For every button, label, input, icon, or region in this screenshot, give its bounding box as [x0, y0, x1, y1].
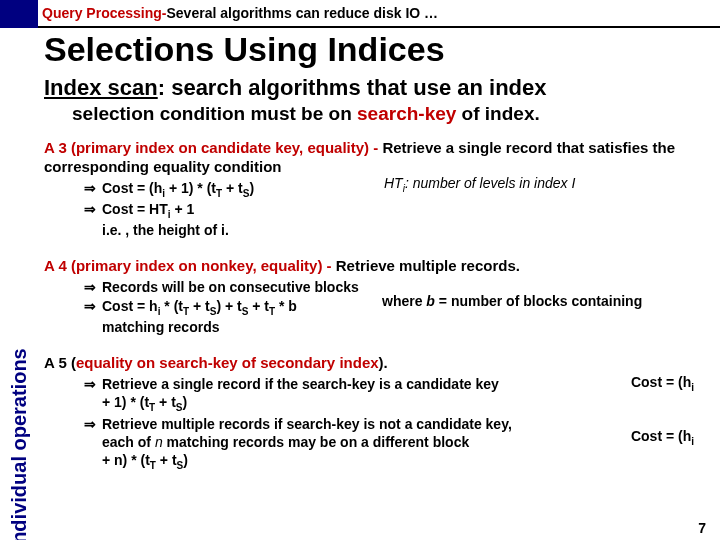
top-bar: Query Processing- Several algorithms can…	[0, 0, 720, 28]
a3-heading: A 3 (primary index on candidate key, equ…	[44, 139, 710, 177]
arrow-icon: ⇒	[84, 297, 102, 336]
a5-bullet-1: ⇒ Retrieve a single record if the search…	[84, 375, 710, 414]
arrow-icon: ⇒	[84, 179, 102, 200]
a3-bullet-2: ⇒ Cost = HTi + 1 i.e. , the height of i.	[84, 200, 710, 239]
top-bar-accent	[0, 0, 38, 28]
subheading: Index scan: search algorithms that use a…	[44, 75, 710, 101]
sub-subheading: selection condition must be on search-ke…	[72, 103, 710, 125]
section-a3: A 3 (primary index on candidate key, equ…	[44, 139, 710, 239]
arrow-icon: ⇒	[84, 200, 102, 239]
sidebar: Algorithms for individual operations	[0, 28, 38, 540]
section-a5: A 5 (equality on search-key of secondary…	[44, 354, 710, 472]
subheading-rest: : search algorithms that use an index	[158, 75, 547, 100]
header-rest: Several algorithms can reduce disk IO …	[167, 5, 439, 21]
a3-aside: HTi: number of levels in index I	[384, 175, 575, 194]
slide-content: Selections Using Indices Index scan: sea…	[38, 28, 720, 540]
header-prefix: Query Processing-	[42, 5, 167, 21]
sidebar-label: Algorithms for individual operations	[8, 348, 31, 540]
page-number: 7	[698, 520, 706, 536]
a4-heading: A 4 (primary index on nonkey, equality) …	[44, 257, 710, 276]
slide-header: Query Processing- Several algorithms can…	[38, 0, 720, 28]
arrow-icon: ⇒	[84, 375, 102, 414]
a5-cost-2: Cost = (hi	[631, 428, 694, 447]
a5-cost-1: Cost = (hi	[631, 374, 694, 393]
section-a4: A 4 (primary index on nonkey, equality) …	[44, 257, 710, 336]
arrow-icon: ⇒	[84, 278, 102, 296]
a5-heading: A 5 (equality on search-key of secondary…	[44, 354, 710, 373]
slide-title: Selections Using Indices	[44, 30, 710, 69]
subheading-term: Index scan	[44, 75, 158, 100]
a5-bullet-2: ⇒ Retrieve multiple records if search-ke…	[84, 415, 710, 472]
arrow-icon: ⇒	[84, 415, 102, 472]
a4-aside: where b = number of blocks containing	[382, 293, 642, 309]
